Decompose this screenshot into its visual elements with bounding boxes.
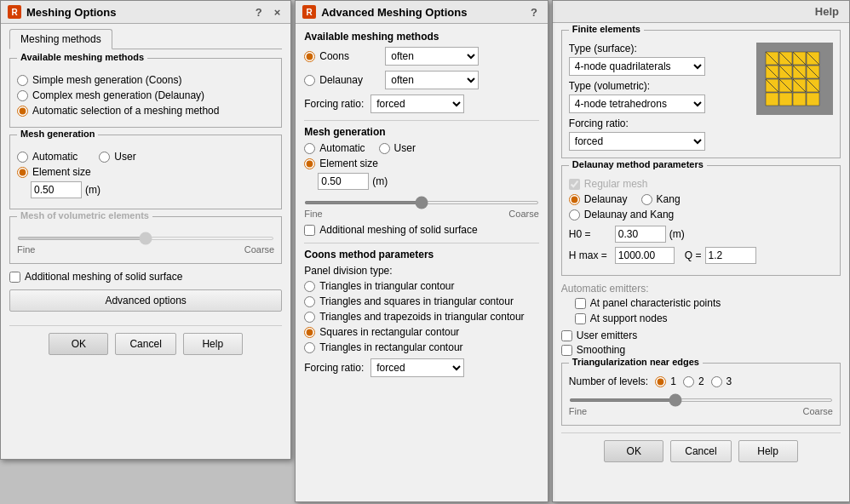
advanced-options-button[interactable]: Advanced options [9, 289, 282, 312]
delaunay-radio[interactable] [304, 75, 315, 86]
tri-trap-label: Triangles and trapezoids in triangular c… [319, 311, 524, 323]
available-methods-group: Available meshing methods Simple mesh ge… [9, 58, 282, 128]
kang-option[interactable]: Kang [641, 193, 681, 205]
type-surface-select[interactable]: 4-node quadrilaterals [569, 57, 705, 76]
forcing-ratio-select[interactable]: forced [370, 94, 464, 113]
mid-additional-check[interactable]: Additional meshing of solid surface [304, 224, 539, 236]
regular-mesh-check[interactable]: Regular mesh [569, 178, 833, 190]
element-size-radio[interactable] [17, 167, 28, 178]
right-help-btn[interactable]: Help [738, 440, 798, 462]
mid-element-size-label: Element size [319, 158, 378, 169]
user-emitters-check[interactable]: User emitters [561, 329, 841, 341]
mid-element-size-option[interactable]: Element size [304, 158, 539, 169]
tri-tri-option[interactable]: Triangles in triangular contour [304, 280, 539, 292]
left-help-button[interactable]: ? [252, 6, 266, 19]
svg-rect-14 [779, 93, 792, 106]
auto-mesh-option[interactable]: Automatic selection of a meshing method [17, 105, 274, 117]
tri-sq-tri-option[interactable]: Triangles and squares in triangular cont… [304, 295, 539, 307]
smoothing-checkbox[interactable] [561, 345, 572, 356]
sq-rect-option[interactable]: Squares in rectangular contour [304, 326, 539, 338]
auto-gen-radio[interactable] [17, 152, 28, 163]
level1-radio[interactable] [655, 376, 666, 387]
type-volumetric-select[interactable]: 4-node tetrahedrons [569, 94, 705, 113]
middle-avail-label: Available meshing methods [304, 31, 539, 43]
sq-rect-radio[interactable] [304, 327, 315, 338]
user-gen-option[interactable]: User [99, 151, 135, 163]
at-support-checkbox[interactable] [575, 313, 586, 324]
at-support-check[interactable]: At support nodes [575, 312, 841, 324]
tri-tri-radio[interactable] [304, 281, 315, 292]
at-panel-checkbox[interactable] [575, 298, 586, 309]
level2-option[interactable]: 2 [683, 375, 704, 387]
simple-mesh-radio[interactable] [17, 75, 28, 86]
left-help-btn2[interactable]: Help [183, 333, 243, 355]
left-cancel-button[interactable]: Cancel [115, 333, 175, 355]
delaunay-label: Delaunay [319, 74, 363, 86]
at-panel-check[interactable]: At panel characteristic points [575, 297, 841, 309]
auto-mesh-radio[interactable] [17, 106, 28, 117]
fe-forcing-ratio-select[interactable]: forced [569, 132, 705, 151]
smoothing-check[interactable]: Smoothing [561, 344, 841, 356]
tri-sq-tri-radio[interactable] [304, 296, 315, 307]
left-ok-button[interactable]: OK [49, 333, 108, 355]
mid-element-size-input[interactable] [318, 173, 369, 190]
left-button-row: OK Cancel Help [9, 325, 282, 358]
delaunay-method-radio[interactable] [569, 194, 580, 205]
tab-meshing-methods[interactable]: Meshing methods [9, 29, 112, 49]
right-cancel-button[interactable]: Cancel [670, 440, 731, 462]
mid-auto-radio[interactable] [304, 143, 315, 154]
mesh-preview [756, 43, 833, 115]
tri-slider[interactable] [569, 398, 833, 402]
level1-option[interactable]: 1 [655, 375, 676, 387]
level1-label: 1 [670, 375, 676, 387]
complex-mesh-radio[interactable] [17, 90, 28, 101]
mid-additional-checkbox[interactable] [304, 225, 315, 236]
level2-radio[interactable] [683, 376, 694, 387]
complex-mesh-option[interactable]: Complex mesh generation (Delaunay) [17, 89, 274, 101]
right-dialog-title-bar: Help [553, 1, 849, 23]
user-gen-radio[interactable] [99, 152, 110, 163]
delaunay-method-option[interactable]: Delaunay [569, 193, 628, 205]
additional-meshing-check[interactable]: Additional meshing of solid surface [9, 271, 282, 283]
tri-sq-tri-label: Triangles and squares in triangular cont… [319, 295, 514, 307]
level3-option[interactable]: 3 [711, 375, 732, 387]
tri-rect-option[interactable]: Triangles in rectangular contour [304, 341, 539, 353]
right-help-button[interactable]: Help [812, 5, 842, 18]
coarse-label: Coarse [244, 244, 274, 255]
user-emitters-checkbox[interactable] [561, 330, 572, 341]
level3-radio[interactable] [711, 376, 722, 387]
mid-user-option[interactable]: User [379, 142, 416, 154]
q-input[interactable] [705, 247, 756, 264]
forcing-ratio2-label: Forcing ratio: [304, 362, 364, 374]
hmax-input[interactable] [615, 247, 675, 264]
delaunay-kang-label: Delaunay and Kang [584, 209, 674, 220]
right-ok-button[interactable]: OK [604, 440, 663, 462]
coons-freq-select[interactable]: often [385, 47, 479, 66]
kang-radio[interactable] [641, 194, 652, 205]
mesh-generation-group: Mesh generation Automatic User Element s… [9, 135, 282, 209]
forcing-ratio2-select[interactable]: forced [370, 358, 464, 377]
auto-gen-option[interactable]: Automatic [17, 151, 78, 163]
coons-radio[interactable] [304, 51, 315, 62]
left-close-button[interactable]: × [271, 6, 284, 19]
element-size-input[interactable] [31, 181, 82, 198]
middle-help-button[interactable]: ? [527, 6, 541, 19]
mid-auto-option[interactable]: Automatic [304, 142, 365, 154]
delaunay-option[interactable]: Delaunay [304, 74, 381, 86]
mid-element-size-radio[interactable] [304, 158, 315, 169]
element-size-option[interactable]: Element size [17, 166, 274, 178]
coons-option[interactable]: Coons [304, 50, 381, 62]
delaunay-kang-radio[interactable] [569, 209, 580, 220]
mid-user-radio[interactable] [379, 143, 390, 154]
triangularization-label: Triangularization near edges [569, 357, 703, 367]
tri-rect-radio[interactable] [304, 342, 315, 353]
h0-input[interactable] [615, 226, 666, 243]
tri-trap-radio[interactable] [304, 312, 315, 323]
delaunay-freq-select[interactable]: often [385, 71, 479, 89]
delaunay-kang-option[interactable]: Delaunay and Kang [569, 209, 833, 220]
tri-trap-option[interactable]: Triangles and trapezoids in triangular c… [304, 311, 539, 323]
simple-mesh-option[interactable]: Simple mesh generation (Coons) [17, 74, 274, 86]
additional-meshing-checkbox[interactable] [9, 272, 20, 283]
separator1 [304, 120, 539, 121]
mid-slider[interactable] [304, 201, 539, 204]
